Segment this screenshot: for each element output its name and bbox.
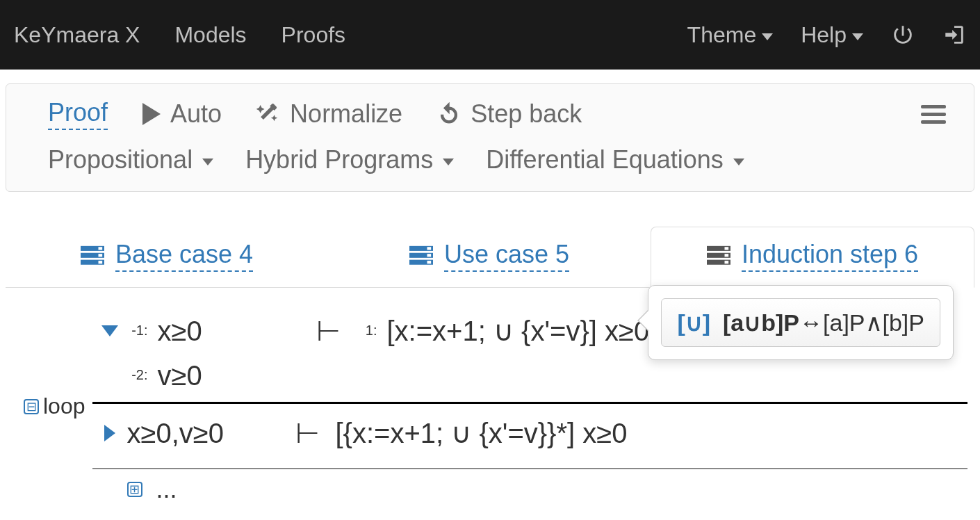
rule-tag: [∪]	[677, 309, 710, 336]
chevron-down-icon	[852, 33, 863, 40]
proof-toolbar: Proof Auto Normalize Step back Propositi…	[6, 83, 974, 192]
svg-rect-9	[427, 247, 431, 250]
svg-rect-5	[98, 261, 102, 263]
svg-rect-10	[427, 254, 431, 257]
nav-proofs[interactable]: Proofs	[281, 22, 345, 48]
chevron-down-icon	[733, 159, 744, 165]
svg-rect-17	[724, 261, 728, 263]
tasks-icon	[81, 245, 104, 266]
inference-line	[92, 402, 968, 404]
power-button[interactable]	[891, 23, 915, 47]
nav-theme-label: Theme	[687, 22, 757, 48]
logout-icon	[942, 23, 966, 47]
succ-formula[interactable]: [{x:=x+1; ∪ {x'=v}}*] x≥0	[336, 417, 628, 449]
tab-base-label: Base case 4	[115, 240, 253, 272]
ante-index: -2:	[127, 367, 148, 383]
ante-formula[interactable]: x≥0,v≥0	[127, 418, 224, 449]
stepback-button[interactable]: Step back	[437, 99, 582, 129]
succ-formula[interactable]: [x:=x+1; ∪ {x'=v}] x≥0	[387, 315, 650, 347]
svg-rect-15	[724, 247, 728, 250]
nav-help[interactable]: Help	[801, 22, 863, 48]
power-icon	[891, 23, 915, 47]
tab-induction-step[interactable]: Induction step 6	[651, 227, 974, 288]
hamburger-icon	[921, 105, 946, 124]
tasks-icon	[409, 245, 433, 266]
undo-icon	[437, 102, 461, 126]
normalize-label: Normalize	[290, 99, 402, 129]
rule-label: loop	[43, 309, 92, 504]
succ-index: 1:	[357, 323, 377, 339]
ante-formula[interactable]: x≥0	[158, 316, 202, 347]
svg-rect-4	[98, 254, 102, 257]
chevron-down-icon	[443, 159, 454, 165]
tab-base-case[interactable]: Base case 4	[6, 227, 328, 287]
ante-index: -1:	[127, 323, 148, 339]
toolbar-menu-button[interactable]	[921, 101, 946, 128]
diffeq-menu[interactable]: Differential Equations	[486, 145, 744, 174]
auto-label: Auto	[170, 99, 222, 129]
rule-schema: [a∪b]P↔[a]P∧[b]P	[723, 309, 924, 336]
hybrid-programs-menu[interactable]: Hybrid Programs	[245, 145, 454, 174]
chevron-down-icon	[202, 159, 213, 165]
proof-link[interactable]: Proof	[48, 98, 108, 130]
diffeq-label: Differential Equations	[486, 145, 724, 174]
goal-tabs: Base case 4 Use case 5 Induction step 6 …	[0, 227, 980, 518]
disclosure-triangle-open[interactable]	[101, 325, 118, 336]
svg-rect-3	[98, 247, 102, 250]
stepback-label: Step back	[471, 99, 582, 129]
logout-button[interactable]	[942, 23, 966, 47]
propositional-menu[interactable]: Propositional	[48, 145, 213, 174]
tab-use-case[interactable]: Use case 5	[328, 227, 651, 287]
inference-line	[92, 468, 968, 469]
turnstile: ⊢	[301, 315, 357, 347]
propositional-label: Propositional	[48, 145, 193, 174]
sequent-area: ⊟ loop -1: x≥0 ⊢ 1: [x:=x+1; ∪ {	[6, 288, 974, 518]
rule-hint-popover: [∪] [a∪b]P↔[a]P∧[b]P	[648, 285, 954, 360]
svg-rect-11	[427, 261, 431, 263]
apply-rule-button[interactable]: [∪] [a∪b]P↔[a]P∧[b]P	[661, 298, 940, 347]
nav-models[interactable]: Models	[174, 22, 246, 48]
ante-formula[interactable]: v≥0	[158, 360, 202, 391]
normalize-button[interactable]: Normalize	[256, 99, 402, 129]
expand-proof-button[interactable]: ⊞	[127, 482, 142, 497]
tasks-icon	[707, 245, 730, 266]
collapse-proof-button[interactable]: ⊟	[24, 399, 39, 414]
tab-use-label: Use case 5	[444, 240, 569, 272]
tab-induction-label: Induction step 6	[742, 240, 918, 272]
play-icon	[142, 103, 161, 125]
chevron-down-icon	[762, 33, 773, 40]
svg-rect-16	[724, 254, 728, 257]
nav-theme[interactable]: Theme	[687, 22, 774, 48]
turnstile: ⊢	[280, 417, 336, 449]
wand-icon	[256, 102, 280, 126]
brand-link[interactable]: KeYmaera X	[14, 22, 140, 48]
hybrid-label: Hybrid Programs	[245, 145, 433, 174]
navbar: KeYmaera X Models Proofs Theme Help	[0, 0, 980, 70]
auto-button[interactable]: Auto	[142, 99, 222, 129]
ellipsis: ...	[156, 475, 177, 504]
disclosure-triangle-closed[interactable]	[104, 425, 115, 441]
nav-help-label: Help	[801, 22, 847, 48]
